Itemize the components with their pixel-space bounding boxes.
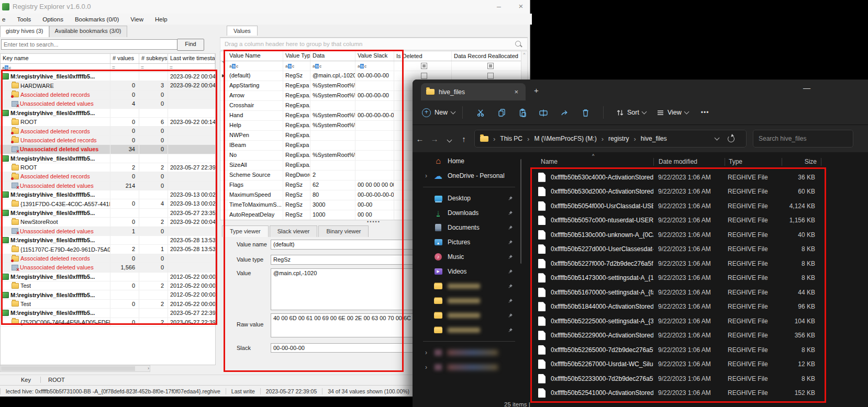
- search-icon[interactable]: [515, 41, 521, 47]
- sidebar-item[interactable]: Documents: [413, 220, 521, 235]
- sidebar-item[interactable]: › OneDrive - Personal: [413, 168, 521, 183]
- close-button[interactable]: ×: [513, 1, 529, 12]
- chevron-down-icon[interactable]: [715, 135, 720, 141]
- menu-item[interactable]: View: [130, 16, 143, 22]
- copy-button[interactable]: [491, 108, 512, 117]
- rename-button[interactable]: [533, 108, 554, 117]
- breadcrumb-segment[interactable]: M (\\MemProcFS) (M:): [522, 135, 597, 143]
- tab-values[interactable]: Values: [227, 26, 258, 36]
- recent-locations-button[interactable]: [442, 134, 457, 143]
- sidebar-item[interactable]: Home: [413, 154, 521, 168]
- tree-row[interactable]: ▶ Test 0 2 2012-05-22 00:00:08: [1, 281, 215, 290]
- tree-horizontal-scrollbar[interactable]: ›: [0, 365, 150, 372]
- up-button[interactable]: ↑: [457, 134, 471, 143]
- file-row[interactable]: 0xffffb50b52225000-settingsdat-A_{3baef.…: [530, 314, 826, 329]
- file-row[interactable]: 0xffffb50b530d2000-ActivationStoredat-..…: [530, 185, 826, 199]
- share-button[interactable]: [554, 108, 575, 117]
- is-deleted-checkbox[interactable]: [421, 73, 427, 79]
- tab-close-icon[interactable]: ×: [512, 88, 520, 96]
- tree-row[interactable]: ▼ M:\registry\hive_files\0xffffb5... 202…: [1, 309, 215, 318]
- tree-row[interactable]: Unassociated deleted values 1,566 0: [1, 263, 215, 272]
- minimize-button[interactable]: –: [491, 1, 507, 12]
- file-row[interactable]: 0xffffb50b5130c000-unknown-A_{0CA4E... 9…: [530, 228, 826, 242]
- tree-row[interactable]: ▶ HARDWARE 0 3 2023-09-22 00:04:04: [1, 81, 215, 90]
- refresh-icon[interactable]: [728, 135, 735, 142]
- file-row[interactable]: 0xffffb50b52541000-ActivationStoredat-..…: [530, 386, 826, 401]
- tab-available-bookmarks[interactable]: Available bookmarks (3/0): [49, 26, 127, 37]
- find-button[interactable]: Find: [177, 39, 204, 51]
- tree-row[interactable]: ▼ M:\registry\hive_files\0xffffb5...: [1, 154, 215, 163]
- col-name[interactable]: ^ Name: [530, 158, 653, 165]
- file-row[interactable]: 0xffffb50b51670000-settingsdat-A_{faa91.…: [530, 285, 826, 300]
- expand-chevron-icon[interactable]: ›: [425, 364, 433, 371]
- is-deleted-filter-checkbox[interactable]: [421, 63, 427, 69]
- file-row[interactable]: 0xffffb50b51473000-settingsdat-A_{15279.…: [530, 271, 826, 286]
- col-value-slack[interactable]: Value Slack: [355, 51, 394, 61]
- tab-type-viewer[interactable]: Type viewer: [222, 225, 269, 237]
- file-row[interactable]: 0xffffb50b530c4000-ActivationStoredat-..…: [530, 170, 826, 185]
- see-more-button[interactable]: •••: [701, 109, 709, 116]
- menu-item[interactable]: Tools: [17, 16, 31, 22]
- col-value-type[interactable]: Value Type: [283, 51, 310, 61]
- tree-row[interactable]: ▶ Associated deleted records 0 0: [1, 91, 215, 99]
- tree-row[interactable]: ▼ M:\registry\hive_files\0xffffb5...: [1, 109, 215, 118]
- tab-registry-hives[interactable]: gistry hives (3): [0, 26, 49, 37]
- file-row[interactable]: 0xffffb50b5227d000-UserClassesdat-WC_...…: [530, 242, 826, 257]
- breadcrumb-segment[interactable]: registry: [597, 135, 629, 143]
- menu-item[interactable]: Bookmarks (0/0): [75, 16, 119, 22]
- scroll-up-icon[interactable]: ^: [521, 51, 527, 58]
- scroll-right-icon[interactable]: ›: [148, 366, 149, 371]
- delete-button[interactable]: [575, 108, 596, 117]
- paste-button[interactable]: [512, 108, 533, 117]
- menu-item[interactable]: Help: [155, 16, 168, 22]
- sidebar-item[interactable]: ›: [413, 360, 521, 375]
- col-is-deleted[interactable]: Is Deleted: [394, 51, 452, 61]
- tree-row[interactable]: ▼ M:\registry\hive_files\0xffffb5... 202…: [1, 209, 215, 218]
- sidebar-item[interactable]: Downloads: [413, 206, 521, 220]
- tree-row[interactable]: ▶ Associated deleted records 0 0: [1, 254, 215, 263]
- sidebar-scrollbar[interactable]: [520, 159, 521, 264]
- reallocated-filter-checkbox[interactable]: [487, 63, 494, 69]
- tab-binary-viewer[interactable]: Binary viewer: [318, 225, 369, 237]
- col-data-record-reallocated[interactable]: Data Record Reallocated: [452, 51, 527, 61]
- title-bar[interactable]: Registry Explorer v1.6.0.0 – ×: [0, 0, 530, 14]
- file-row[interactable]: 0xffffb50b5054f000-UsrClassdat-USER_S-..…: [530, 199, 826, 213]
- forward-button[interactable]: →: [427, 134, 442, 143]
- sidebar-item[interactable]: Pictures: [413, 235, 521, 250]
- col-size[interactable]: Size: [782, 158, 821, 165]
- tree-row[interactable]: ▶ {1391F7D0-C43E-4C0C-A557-441E... 0 4 2…: [1, 199, 215, 208]
- col-key-name[interactable]: Key name: [1, 54, 110, 63]
- sidebar-item[interactable]: [413, 323, 521, 337]
- new-button[interactable]: + New: [422, 108, 455, 117]
- tab-slack-viewer[interactable]: Slack viewer: [270, 225, 318, 237]
- back-button[interactable]: ←: [413, 134, 427, 143]
- col-value-name[interactable]: Value Name: [227, 51, 283, 61]
- new-tab-button[interactable]: +: [534, 86, 539, 95]
- tree-row[interactable]: ▶ {752DC006-7464-4F58-AD05-FDFF 0 2 2023…: [1, 318, 215, 327]
- tree-row[interactable]: ▶ {1151707C-E79D-4e20-961D-75A0... 2 1 2…: [1, 245, 215, 254]
- sort-button[interactable]: Sort: [616, 109, 646, 117]
- sidebar-item[interactable]: Music: [413, 250, 521, 264]
- tree-row[interactable]: ▶ NewStoreRoot 0 2 2023-09-22 00:04:19: [1, 218, 215, 227]
- sidebar-item[interactable]: Videos: [413, 264, 521, 279]
- sidebar-item[interactable]: [413, 308, 521, 323]
- col-subkeys[interactable]: # subkeys: [139, 54, 168, 63]
- breadcrumb-segment[interactable]: This PC: [488, 135, 522, 143]
- minimize-button[interactable]: —: [803, 84, 810, 92]
- view-button[interactable]: View: [656, 109, 688, 117]
- explorer-search-input[interactable]: [753, 130, 853, 148]
- tree-row[interactable]: ▼ M:\registry\hive_files\0xffffb5... 201…: [1, 290, 215, 299]
- tree-row[interactable]: ▶ Associated deleted records 0 0: [1, 172, 215, 181]
- col-last-write[interactable]: Last write timestamp: [168, 54, 215, 63]
- tree-filter-row[interactable]: abc = = =: [1, 64, 215, 72]
- col-data[interactable]: Data: [310, 51, 355, 61]
- tree-row[interactable]: Unassociated deleted values 34 0: [1, 145, 215, 154]
- tree-row[interactable]: ▶ Unassociated deleted records 0 0: [1, 136, 215, 145]
- values-filter-row[interactable]: abc abc abc abc: [220, 61, 527, 71]
- file-row[interactable]: 0xffffb50b5227f000-7d2b9dec276a5fa4C... …: [530, 256, 826, 271]
- col-date-modified[interactable]: Date modified: [654, 158, 725, 165]
- breadcrumb-segment[interactable]: hive_files: [629, 135, 666, 143]
- tree-row[interactable]: ▼ M:\registry\hive_files\0xffffb5... 202…: [1, 190, 215, 199]
- file-row[interactable]: 0xffffb50b51844000-ActivationStoredat-..…: [530, 300, 826, 314]
- menu-item[interactable]: Options: [42, 16, 63, 22]
